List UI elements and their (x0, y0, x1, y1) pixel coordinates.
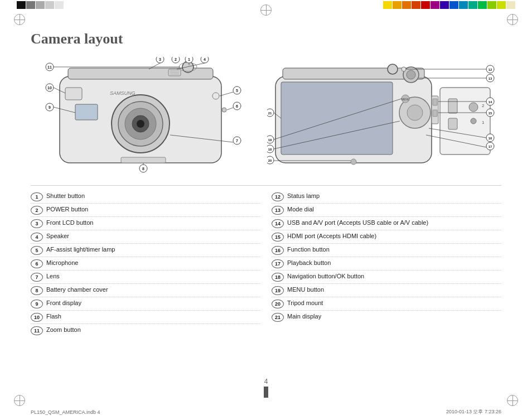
reg-mark-top-center (260, 4, 272, 16)
legend-number: 6 (31, 259, 43, 268)
svg-text:21: 21 (268, 112, 272, 115)
page-content: Camera layout (31, 31, 501, 400)
legend-column-left: 1Shutter button2POWER button3Front LCD b… (31, 190, 260, 337)
svg-text:6: 6 (236, 104, 238, 108)
svg-text:SAMSUNG: SAMSUNG (110, 90, 136, 96)
legend-item: 11Zoom button (31, 324, 260, 337)
legend-item: 12Status lamp (272, 190, 501, 204)
legend-item: 2POWER button (31, 204, 260, 217)
legend-number: 8 (31, 286, 43, 295)
legend-item: 10Flash (31, 311, 260, 324)
camera-back-diagram: MENU 2 1 (267, 54, 501, 177)
svg-point-62 (351, 159, 356, 165)
legend-text: Tripod mount (287, 299, 323, 307)
legend-number: 2 (31, 206, 43, 215)
legend-item: 7Lens (31, 271, 260, 284)
svg-text:18: 18 (268, 148, 272, 151)
legend-number: 13 (272, 206, 284, 215)
svg-text:11: 11 (47, 65, 52, 69)
footer-right: 2010-01-13 오후 7:23:26 (446, 408, 501, 416)
svg-point-11 (222, 108, 226, 112)
legend-text: Status lamp (287, 192, 320, 200)
legend-item: 17Playback button (272, 257, 501, 271)
legend-text: Function button (287, 245, 330, 253)
svg-text:12: 12 (489, 68, 492, 71)
legend-number: 16 (272, 246, 284, 255)
legend-text: Navigation button/OK button (287, 272, 364, 280)
svg-text:14: 14 (489, 100, 492, 104)
legend-item: 16Function button (272, 244, 501, 257)
legend-text: Mode dial (287, 205, 314, 213)
legend-number: 9 (31, 300, 43, 308)
camera-front-diagram: SAMSUNG 1 2 3 4 (31, 54, 256, 177)
svg-rect-65 (433, 110, 437, 117)
svg-point-60 (388, 64, 398, 74)
legend-item: 14USB and A/V port (Accepts USB cable or… (272, 217, 501, 230)
svg-text:10: 10 (47, 86, 52, 90)
legend-item: 20Tripod mount (272, 297, 501, 311)
page-title: Camera layout (31, 31, 501, 47)
svg-rect-68 (448, 118, 457, 129)
legend-number: 7 (31, 273, 43, 282)
legend-number: 17 (272, 259, 284, 268)
legend-text: AF-assist light/timer lamp (46, 245, 115, 253)
swatch-dark-gray (26, 1, 35, 9)
legend-number: 1 (31, 192, 43, 201)
svg-point-10 (212, 93, 219, 99)
legend-text: Playback button (287, 259, 331, 267)
legend-number: 18 (272, 273, 284, 282)
legend-number: 15 (272, 233, 284, 242)
reg-mark-top-left (14, 14, 25, 25)
legend-text: HDMI port (Accepts HDMI cable) (287, 232, 376, 240)
legend-text: Main display (287, 312, 321, 320)
svg-text:8: 8 (142, 167, 144, 171)
svg-text:1: 1 (482, 120, 485, 125)
legend-item: 21Main display (272, 311, 501, 324)
svg-text:2: 2 (482, 103, 485, 108)
svg-point-59 (407, 70, 415, 79)
svg-text:1: 1 (188, 57, 190, 61)
legend-area: 1Shutter button2POWER button3Front LCD b… (31, 185, 501, 337)
page-number: 4 (264, 378, 268, 398)
svg-text:2: 2 (175, 57, 177, 61)
svg-point-70 (471, 118, 476, 124)
legend-item: 3Front LCD button (31, 217, 260, 230)
legend-item: 5AF-assist light/timer lamp (31, 244, 260, 257)
swatch-mid-gray (36, 1, 45, 9)
svg-text:5: 5 (236, 89, 238, 93)
svg-rect-18 (121, 157, 166, 163)
svg-rect-67 (448, 99, 457, 113)
svg-rect-12 (75, 104, 98, 120)
legend-item: 4Speaker (31, 230, 260, 244)
svg-point-69 (469, 103, 478, 112)
swatch-light-gray (45, 1, 54, 9)
legend-text: MENU button (287, 286, 324, 293)
legend-item: 9Front display (31, 297, 260, 311)
svg-rect-64 (433, 99, 437, 105)
reg-mark-top-right (507, 14, 518, 25)
legend-item: 1Shutter button (31, 190, 260, 204)
legend-column-right: 12Status lamp13Mode dial14USB and A/V po… (272, 190, 501, 337)
svg-text:7: 7 (236, 139, 238, 143)
legend-text: Zoom button (46, 326, 81, 334)
legend-item: 8Battery chamber cover (31, 284, 260, 297)
legend-item: 6Microphone (31, 257, 260, 271)
svg-text:17: 17 (489, 145, 492, 148)
svg-point-55 (407, 105, 423, 120)
legend-item: 19MENU button (272, 284, 501, 297)
legend-text: Lens (46, 272, 60, 280)
legend-item: 18Navigation button/OK button (272, 271, 501, 284)
svg-text:4: 4 (204, 57, 206, 61)
svg-text:13: 13 (489, 77, 492, 80)
page-number-bar (264, 387, 268, 398)
svg-text:MENU: MENU (402, 98, 410, 101)
svg-text:15: 15 (489, 112, 492, 115)
svg-line-35 (227, 108, 233, 110)
page-footer: PL150_QSM_AMERICA.indb 4 2010-01-13 오후 7… (31, 408, 501, 416)
diagrams-area: SAMSUNG 1 2 3 4 (31, 54, 501, 177)
page-number-text: 4 (264, 378, 268, 385)
svg-text:19: 19 (268, 138, 272, 142)
legend-number: 19 (272, 286, 284, 295)
svg-text:16: 16 (489, 137, 492, 140)
svg-text:20: 20 (268, 159, 272, 162)
